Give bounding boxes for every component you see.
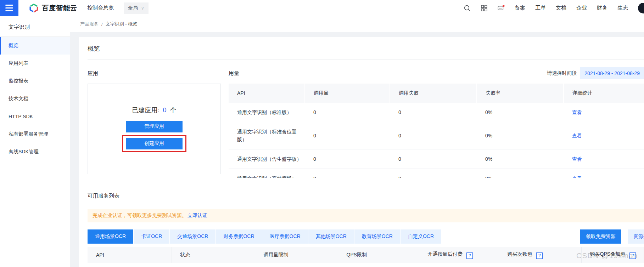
cell-status: ● 待开通付费 bbox=[172, 263, 255, 267]
created-apps-unit: 个 bbox=[170, 107, 177, 114]
apps-grid-icon[interactable] bbox=[481, 5, 488, 12]
breadcrumb-root[interactable]: 产品服务 bbox=[80, 21, 99, 27]
tab-education-ocr[interactable]: 教育场景OCR bbox=[354, 229, 400, 244]
nav-link-record-filing[interactable]: 备案 bbox=[515, 5, 525, 11]
breadcrumb: 产品服务 / 文字识别 - 概览 bbox=[70, 16, 644, 32]
help-icon[interactable]: ? bbox=[536, 252, 543, 259]
nav-link-finance[interactable]: 财务 bbox=[597, 5, 607, 11]
view-detail-link[interactable]: 查看 bbox=[572, 133, 582, 138]
col-api: API bbox=[88, 247, 172, 263]
region-value: 全局 bbox=[128, 5, 138, 11]
nav-link-enterprise[interactable]: 企业 bbox=[576, 5, 587, 11]
col-api: API bbox=[229, 84, 305, 103]
view-detail-link[interactable]: 查看 bbox=[572, 176, 582, 178]
usage-table-header: API 调用量 调用失败 失败率 详细统计 bbox=[229, 84, 644, 103]
search-icon[interactable] bbox=[464, 5, 471, 12]
col-call-limit: 调用量限制 bbox=[255, 247, 338, 263]
sidebar-item-tech-docs[interactable]: 技术文档 bbox=[0, 90, 70, 108]
cell-calls: 0 bbox=[305, 122, 390, 149]
services-table-header: API 状态 调用量限制 QPS限制 开通按量后付费 ? 购买次数包 ? bbox=[88, 247, 644, 263]
cell-failed: 0 bbox=[390, 169, 477, 178]
usage-table: API 调用量 调用失败 失败率 详细统计 通用文字识别（标准版） bbox=[229, 84, 644, 178]
console-overview-link[interactable]: 控制台总览 bbox=[87, 5, 114, 11]
notice-text: 完成企业认证，可领取更多免费测试资源。 bbox=[93, 212, 187, 219]
annotation-highlight: 创建应用 bbox=[122, 135, 186, 152]
tab-general-ocr[interactable]: 通用场景OCR bbox=[88, 229, 133, 244]
cell-api: 通用文字识别（标准含位置版） bbox=[229, 122, 305, 149]
col-failed: 调用失败 bbox=[390, 84, 477, 103]
cell-calls: 0 bbox=[305, 103, 390, 122]
certification-notice: 完成企业认证，可领取更多免费测试资源。 立即认证 bbox=[88, 209, 644, 222]
tab-custom-ocr[interactable]: 自定义OCR bbox=[401, 229, 441, 244]
cell-calls: 0 bbox=[305, 149, 390, 169]
view-detail-link[interactable]: 查看 bbox=[572, 109, 582, 115]
claim-free-resources-button[interactable]: 领取免费资源 bbox=[580, 229, 621, 244]
cell-qps-limit: -- bbox=[338, 263, 419, 267]
cell-failed: 0 bbox=[390, 149, 477, 169]
sidebar-item-label: 私有部署服务管理 bbox=[9, 131, 48, 137]
help-icon[interactable]: ? bbox=[466, 252, 473, 259]
sidebar-item-offline-sdk[interactable]: 离线SDK管理 bbox=[0, 143, 70, 161]
view-detail-link[interactable]: 查看 bbox=[572, 156, 582, 162]
nav-link-docs[interactable]: 文档 bbox=[556, 5, 566, 11]
created-apps-count: 0 bbox=[163, 107, 167, 114]
tab-other-ocr[interactable]: 其他场景OCR bbox=[308, 229, 354, 244]
brand-name: 百度智能云 bbox=[42, 4, 77, 13]
service-tabs: 通用场景OCR 卡证OCR 交通场景OCR 财务票据OCR 医疗票据OCR 其他… bbox=[88, 229, 644, 244]
tab-card-ocr[interactable]: 卡证OCR bbox=[134, 229, 169, 244]
cell-api: 通用文字识别（标准版） bbox=[229, 103, 305, 122]
sidebar-item-monitor-report[interactable]: 监控报表 bbox=[0, 72, 70, 90]
table-row: 通用文字识别（高精度版） 0 0 0% 查看 bbox=[229, 169, 644, 178]
usage-table-container: API 调用量 调用失败 失败率 详细统计 通用文字识别（标准版） bbox=[229, 84, 644, 178]
table-row: 通用文字识别（含生僻字版） 0 0 0% 查看 bbox=[229, 149, 644, 169]
resource-list-button[interactable]: 资源列 bbox=[628, 229, 644, 244]
hamburger-menu-icon[interactable] bbox=[0, 0, 18, 16]
tab-finance-ocr[interactable]: 财务票据OCR bbox=[216, 229, 262, 244]
col-rate: 失败率 bbox=[477, 84, 564, 103]
date-range-picker[interactable]: 2021-08-29 - 2021-08-29 bbox=[580, 67, 644, 79]
cell-call-limit: -- bbox=[255, 263, 338, 267]
cell-rate: 0% bbox=[477, 103, 564, 122]
cell-api: 通用文字识别（高精度版） bbox=[229, 169, 305, 178]
cell-rate: 0% bbox=[477, 149, 564, 169]
col-qps-package: 购买QPS叠加包 bbox=[590, 251, 626, 257]
cell-failed: 0 bbox=[390, 103, 477, 122]
breadcrumb-separator: / bbox=[101, 22, 103, 27]
tab-medical-ocr[interactable]: 医疗票据OCR bbox=[262, 229, 308, 244]
manage-app-button[interactable]: 管理应用 bbox=[126, 121, 183, 132]
notification-dot bbox=[503, 5, 504, 6]
services-table: API 状态 调用量限制 QPS限制 开通按量后付费 ? 购买次数包 ? bbox=[88, 247, 644, 267]
sidebar-item-http-sdk[interactable]: HTTP SDK bbox=[0, 108, 70, 125]
certify-now-link[interactable]: 立即认证 bbox=[187, 212, 207, 219]
cell-api: 通用文字识别（标准版） bbox=[88, 263, 172, 267]
created-apps-label: 已建应用: bbox=[132, 107, 159, 114]
region-selector[interactable]: 全局 ∨ bbox=[124, 2, 149, 14]
app-section-title: 应用 bbox=[88, 67, 221, 79]
main-card: 概览 应用 已建应用: 0 个 管理应用 创建应用 bbox=[79, 37, 644, 267]
sidebar-title: 文字识别 bbox=[0, 16, 70, 37]
col-detail: 详细统计 bbox=[564, 84, 644, 103]
usage-section-title: 用量 bbox=[229, 67, 239, 79]
col-qps-limit: QPS限制 bbox=[338, 247, 419, 263]
message-icon[interactable] bbox=[498, 5, 505, 12]
col-count-package: 购买次数包 bbox=[508, 251, 532, 257]
baidu-cloud-logo-icon bbox=[29, 3, 39, 13]
brand-logo[interactable]: 百度智能云 bbox=[29, 3, 77, 13]
page-title: 概览 bbox=[88, 45, 644, 53]
cell-api: 通用文字识别（含生僻字版） bbox=[229, 149, 305, 169]
help-icon[interactable]: ? bbox=[629, 252, 636, 259]
created-apps-line: 已建应用: 0 个 bbox=[132, 106, 176, 114]
avatar[interactable] bbox=[638, 3, 644, 13]
sidebar-item-label: HTTP SDK bbox=[9, 114, 33, 119]
tab-traffic-ocr[interactable]: 交通场景OCR bbox=[170, 229, 215, 244]
create-app-button[interactable]: 创建应用 bbox=[126, 138, 183, 149]
nav-link-ecosystem[interactable]: 生态 bbox=[617, 5, 628, 11]
sidebar-item-app-list[interactable]: 应用列表 bbox=[0, 55, 70, 72]
nav-link-work-order[interactable]: 工单 bbox=[535, 5, 546, 11]
col-status: 状态 bbox=[172, 247, 255, 263]
sidebar-item-overview[interactable]: 概览 bbox=[0, 37, 70, 55]
sidebar-item-private-deploy[interactable]: 私有部署服务管理 bbox=[0, 125, 70, 143]
chevron-down-icon: ∨ bbox=[141, 6, 144, 11]
sidebar-item-label: 监控报表 bbox=[9, 78, 28, 84]
col-postpaid: 开通按量后付费 bbox=[428, 251, 463, 257]
